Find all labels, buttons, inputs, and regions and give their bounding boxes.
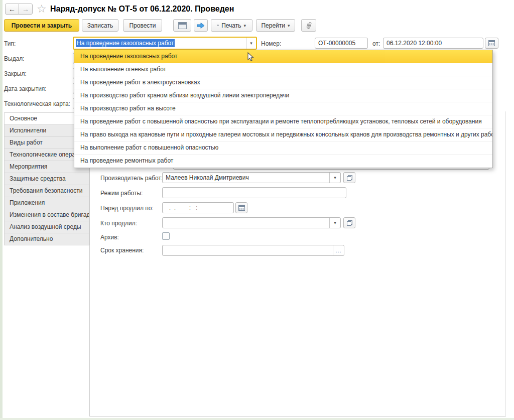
archive-label: Архив:: [100, 234, 119, 241]
arrow-left-icon: ←: [9, 5, 16, 13]
date-calendar-button[interactable]: [485, 38, 498, 49]
number-input[interactable]: [315, 38, 368, 49]
extended-to-label: Наряд продлил по:: [100, 205, 154, 212]
open-form-icon: [347, 175, 352, 181]
page-title: Наряд-допуск № ОТ-5 от 06.12.2020. Прове…: [50, 5, 234, 14]
type-option-1[interactable]: На проведение газоопасных работ: [74, 50, 492, 63]
save-button[interactable]: Записать: [82, 19, 118, 32]
extended-by-open-button[interactable]: [343, 217, 355, 228]
open-form-icon: [347, 220, 352, 226]
retention-more-button[interactable]: ...: [333, 245, 344, 255]
type-option-4[interactable]: На производство работ краном вблизи возд…: [74, 89, 492, 102]
archive-checkbox[interactable]: [162, 232, 170, 240]
producer-label: Производитель работ:: [100, 175, 163, 182]
tab-zashchitnye-sredstva[interactable]: Защитные средства: [4, 173, 89, 185]
tab-izmeneniya-v-sostave-brigady[interactable]: Изменения в составе бригады: [4, 209, 89, 221]
paperclip-icon: [305, 22, 312, 29]
type-dropdown-arrow[interactable]: ▾: [246, 38, 256, 49]
chevron-down-icon: ▾: [288, 23, 290, 28]
date-input[interactable]: [383, 38, 483, 49]
extended-to-input[interactable]: . . : :: [162, 202, 234, 213]
type-value: На проведение газоопасных работ: [76, 39, 175, 47]
chevron-down-icon: ▾: [243, 23, 246, 28]
type-option-2[interactable]: На выполнение огневых работ: [74, 63, 492, 76]
print-button[interactable]: Печать ▾: [211, 19, 252, 32]
post-button[interactable]: Провести: [123, 19, 162, 32]
type-option-5[interactable]: На производство работ на высоте: [74, 102, 492, 115]
forward-button[interactable]: →: [19, 4, 33, 15]
extended-by-combobox[interactable]: ▾: [162, 217, 341, 228]
report-structure-button[interactable]: [173, 19, 191, 32]
arrow-right-icon: →: [22, 5, 29, 13]
blue-arrow-icon: [197, 22, 205, 29]
type-option-8[interactable]: На выполнение работ с повышенной опаснос…: [74, 142, 492, 155]
number-label: Номер:: [261, 40, 281, 47]
back-button[interactable]: ←: [5, 4, 19, 15]
work-mode-input[interactable]: [162, 187, 346, 198]
close-date-label: Дата закрытия:: [4, 85, 47, 92]
extended-by-dropdown-arrow[interactable]: ▾: [329, 218, 340, 228]
extended-by-label: Кто продлил:: [100, 220, 137, 227]
chevron-down-icon: ▾: [250, 41, 252, 46]
printer-icon: [217, 22, 219, 29]
attachments-button[interactable]: [301, 19, 316, 32]
tech-card-label: Технологическая карта:: [4, 100, 70, 107]
tab-prilozheniya[interactable]: Приложения: [4, 197, 89, 209]
producer-value: Малеев Николай Дмитриевич: [163, 173, 329, 183]
type-label: Тип:: [4, 40, 16, 47]
grid-calendar-icon: [178, 22, 187, 29]
retention-value: [163, 245, 333, 255]
extended-by-value: [163, 218, 329, 228]
favorite-star-icon[interactable]: ☆: [37, 4, 47, 15]
extended-to-calendar-button[interactable]: [235, 202, 247, 213]
calendar-icon: [238, 205, 245, 211]
post-document-button[interactable]: [194, 19, 208, 32]
navigate-button[interactable]: Перейти ▾: [256, 19, 295, 32]
type-option-3[interactable]: На проведение работ в электроустановках: [74, 76, 492, 89]
window-bottom-edge: [0, 418, 514, 420]
window-left-edge: [0, 0, 3, 420]
retention-input[interactable]: ...: [162, 245, 344, 256]
mouse-cursor: [246, 52, 255, 63]
tab-analiz-vozdushnoy-sredy[interactable]: Анализ воздушной среды: [4, 221, 89, 233]
calendar-icon: [488, 40, 495, 46]
closed-by-label: Закрыл:: [4, 70, 27, 77]
date-label: от:: [372, 40, 380, 47]
type-option-9[interactable]: На проведение ремонтных работ: [74, 155, 492, 168]
producer-combobox[interactable]: Малеев Николай Дмитриевич ▾: [162, 172, 341, 183]
tab-trebovaniya-bezopasnosti[interactable]: Требования безопасности: [4, 185, 89, 197]
chevron-down-icon: ▾: [334, 220, 336, 225]
issued-by-label: Выдал:: [4, 55, 25, 62]
post-and-close-button[interactable]: Провести и закрыть: [4, 19, 79, 32]
tab-dopolnitelno[interactable]: Дополнительно: [4, 233, 89, 245]
type-dropdown-list: На проведение газоопасных работ На выпол…: [74, 50, 493, 168]
date-placeholder: . . : :: [166, 204, 197, 211]
chevron-down-icon: ▾: [334, 175, 336, 180]
work-mode-label: Режим работы:: [100, 190, 143, 197]
producer-dropdown-arrow[interactable]: ▾: [329, 173, 340, 183]
type-combobox[interactable]: На проведение газоопасных работ ▾: [73, 37, 257, 50]
retention-label: Срок хранения:: [100, 247, 144, 254]
type-option-7[interactable]: На право выхода на крановые пути и прохо…: [74, 128, 492, 142]
producer-open-button[interactable]: [343, 172, 355, 183]
type-option-6[interactable]: На проведение работ с повышенной опаснос…: [74, 115, 492, 128]
